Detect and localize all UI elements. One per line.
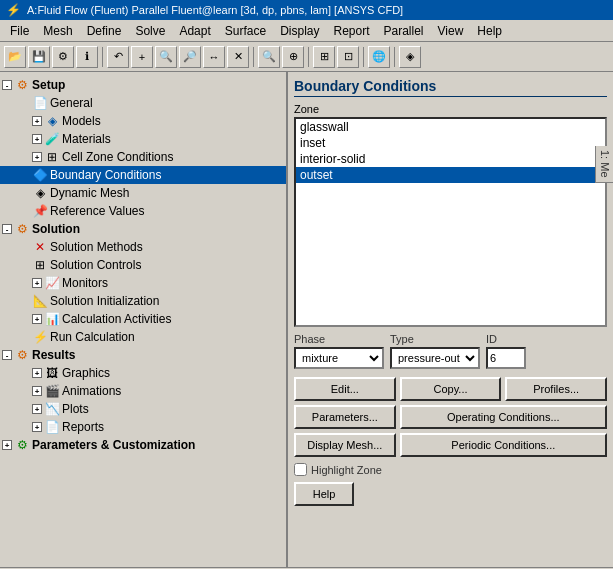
menu-define[interactable]: Define <box>81 22 128 40</box>
icon-cellzone: ⊞ <box>44 149 60 165</box>
label-setup: Setup <box>32 78 65 92</box>
menu-surface[interactable]: Surface <box>219 22 272 40</box>
zone-item-glasswall[interactable]: glasswall <box>296 119 605 135</box>
tree-node-methods[interactable]: ✕ Solution Methods <box>0 238 286 256</box>
toolbar-btn-4[interactable]: ℹ <box>76 46 98 68</box>
menu-adapt[interactable]: Adapt <box>173 22 216 40</box>
id-label: ID <box>486 333 526 345</box>
periodic-conditions-button[interactable]: Periodic Conditions... <box>400 433 607 457</box>
toggle-models[interactable]: + <box>32 116 42 126</box>
toggle-plots[interactable]: + <box>32 404 42 414</box>
copy-button[interactable]: Copy... <box>400 377 502 401</box>
toolbar-btn-9[interactable]: ↔ <box>203 46 225 68</box>
tree-node-plots[interactable]: + 📉 Plots <box>0 400 286 418</box>
tree-node-animations[interactable]: + 🎬 Animations <box>0 382 286 400</box>
icon-setup: ⚙ <box>14 77 30 93</box>
id-group: ID 6 <box>486 333 526 369</box>
toolbar-separator-2 <box>253 47 254 67</box>
operating-conditions-button[interactable]: Operating Conditions... <box>400 405 607 429</box>
menu-view[interactable]: View <box>432 22 470 40</box>
highlight-zone-checkbox[interactable] <box>294 463 307 476</box>
toolbar-btn-8[interactable]: 🔎 <box>179 46 201 68</box>
toggle-graphics[interactable]: + <box>32 368 42 378</box>
display-mesh-button[interactable]: Display Mesh... <box>294 433 396 457</box>
tree-node-reports[interactable]: + 📄 Reports <box>0 418 286 436</box>
tree-node-results[interactable]: - ⚙ Results <box>0 346 286 364</box>
toolbar-btn-12[interactable]: ⊕ <box>282 46 304 68</box>
toolbar-btn-14[interactable]: ⊡ <box>337 46 359 68</box>
toolbar-separator-1 <box>102 47 103 67</box>
menu-mesh[interactable]: Mesh <box>37 22 78 40</box>
label-solution: Solution <box>32 222 80 236</box>
tree-node-solution[interactable]: - ⚙ Solution <box>0 220 286 238</box>
tree-node-graphics[interactable]: + 🖼 Graphics <box>0 364 286 382</box>
tree-node-reference[interactable]: 📌 Reference Values <box>0 202 286 220</box>
toolbar-btn-2[interactable]: 💾 <box>28 46 50 68</box>
vtab-1[interactable]: 1: Me <box>595 146 613 183</box>
toggle-activities[interactable]: + <box>32 314 42 324</box>
toolbar-btn-15[interactable]: 🌐 <box>368 46 390 68</box>
icon-models: ◈ <box>44 113 60 129</box>
toolbar-btn-11[interactable]: 🔍 <box>258 46 280 68</box>
menu-bar: File Mesh Define Solve Adapt Surface Dis… <box>0 20 613 42</box>
toolbar-btn-6[interactable]: + <box>131 46 153 68</box>
tree-node-materials[interactable]: + 🧪 Materials <box>0 130 286 148</box>
tree-node-params[interactable]: + ⚙ Parameters & Customization <box>0 436 286 454</box>
label-dynamic: Dynamic Mesh <box>50 186 129 200</box>
tree-node-dynamic[interactable]: ◈ Dynamic Mesh <box>0 184 286 202</box>
toolbar-btn-7[interactable]: 🔍 <box>155 46 177 68</box>
toggle-reports[interactable]: + <box>32 422 42 432</box>
menu-parallel[interactable]: Parallel <box>378 22 430 40</box>
menu-solve[interactable]: Solve <box>129 22 171 40</box>
menu-report[interactable]: Report <box>327 22 375 40</box>
toolbar-btn-16[interactable]: ◈ <box>399 46 421 68</box>
toolbar-btn-3[interactable]: ⚙ <box>52 46 74 68</box>
tree-node-initialization[interactable]: 📐 Solution Initialization <box>0 292 286 310</box>
edit-button[interactable]: Edit... <box>294 377 396 401</box>
tree-node-setup[interactable]: - ⚙ Setup <box>0 76 286 94</box>
highlight-zone-label: Highlight Zone <box>311 464 382 476</box>
toggle-setup[interactable]: - <box>2 80 12 90</box>
icon-animations: 🎬 <box>44 383 60 399</box>
menu-display[interactable]: Display <box>274 22 325 40</box>
phase-group: Phase mixture <box>294 333 384 369</box>
tree-node-models[interactable]: + ◈ Models <box>0 112 286 130</box>
tree-node-boundary[interactable]: 🔷 Boundary Conditions <box>0 166 286 184</box>
parameters-button[interactable]: Parameters... <box>294 405 396 429</box>
toggle-solution[interactable]: - <box>2 224 12 234</box>
menu-help[interactable]: Help <box>471 22 508 40</box>
icon-activities: 📊 <box>44 311 60 327</box>
phase-select[interactable]: mixture <box>294 347 384 369</box>
menu-file[interactable]: File <box>4 22 35 40</box>
toolbar-btn-10[interactable]: ✕ <box>227 46 249 68</box>
id-input[interactable]: 6 <box>486 347 526 369</box>
zone-item-inset[interactable]: inset <box>296 135 605 151</box>
zone-label: Zone <box>294 103 607 115</box>
zone-item-interior-solid[interactable]: interior-solid <box>296 151 605 167</box>
tree-node-activities[interactable]: + 📊 Calculation Activities <box>0 310 286 328</box>
toggle-cellzone[interactable]: + <box>32 152 42 162</box>
toggle-params[interactable]: + <box>2 440 12 450</box>
tree-node-run[interactable]: ⚡ Run Calculation <box>0 328 286 346</box>
label-animations: Animations <box>62 384 121 398</box>
toolbar-btn-13[interactable]: ⊞ <box>313 46 335 68</box>
type-select[interactable]: pressure-outlet <box>390 347 480 369</box>
toggle-monitors[interactable]: + <box>32 278 42 288</box>
toggle-materials[interactable]: + <box>32 134 42 144</box>
tree-node-controls[interactable]: ⊞ Solution Controls <box>0 256 286 274</box>
label-cellzone: Cell Zone Conditions <box>62 150 173 164</box>
tree-node-monitors[interactable]: + 📈 Monitors <box>0 274 286 292</box>
toggle-results[interactable]: - <box>2 350 12 360</box>
toolbar-btn-5[interactable]: ↶ <box>107 46 129 68</box>
bc-panel: Boundary Conditions Zone glasswall inset… <box>294 78 607 561</box>
toggle-animations[interactable]: + <box>32 386 42 396</box>
zone-item-outset[interactable]: outset <box>296 167 605 183</box>
toolbar-btn-1[interactable]: 📂 <box>4 46 26 68</box>
profiles-button[interactable]: Profiles... <box>505 377 607 401</box>
tree-node-general[interactable]: 📄 General <box>0 94 286 112</box>
tree-node-cellzone[interactable]: + ⊞ Cell Zone Conditions <box>0 148 286 166</box>
help-button[interactable]: Help <box>294 482 354 506</box>
icon-boundary: 🔷 <box>32 167 48 183</box>
label-monitors: Monitors <box>62 276 108 290</box>
label-materials: Materials <box>62 132 111 146</box>
